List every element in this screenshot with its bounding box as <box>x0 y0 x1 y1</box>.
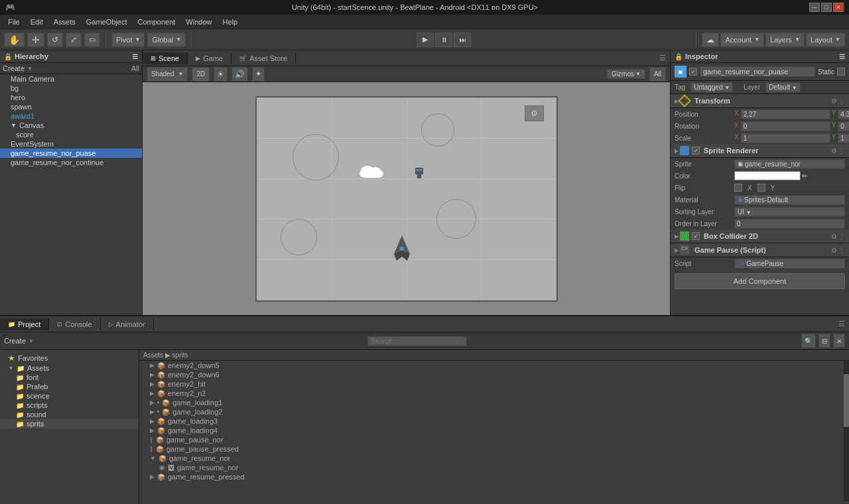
sprite-ref[interactable]: ▣ game_resume_nor <box>734 159 845 169</box>
step-button[interactable]: ⏭ <box>454 32 471 47</box>
folder-scripts[interactable]: 📁 scripts <box>0 401 139 410</box>
rot-y-input[interactable] <box>838 121 849 131</box>
search-input[interactable] <box>367 336 467 346</box>
close-button[interactable]: ✕ <box>833 3 844 12</box>
account-dropdown[interactable]: Account ▼ <box>720 32 764 47</box>
bottom-panel-menu[interactable]: ☰ <box>834 320 849 328</box>
all-layers-filter[interactable]: All <box>649 67 666 82</box>
lighting-toggle[interactable]: ☀ <box>214 67 228 82</box>
menu-edit[interactable]: Edit <box>25 17 48 27</box>
menu-help[interactable]: Help <box>217 17 243 27</box>
transform-header[interactable]: ▶ Transform ⚙ ⋮ <box>671 94 849 108</box>
rot-x-input[interactable] <box>741 121 830 131</box>
order-in-layer-input[interactable] <box>734 219 845 229</box>
menu-gameobject[interactable]: GameObject <box>81 17 133 27</box>
box-collider-header[interactable]: ▶ ✓ Box Collider 2D ⚙ ⋮ <box>671 229 849 243</box>
folder-sprits[interactable]: 📁 sprits <box>0 419 139 428</box>
gizmos-button[interactable]: Gizmos▼ <box>607 69 645 79</box>
tab-asset-store[interactable]: 🛒 Asset Store <box>231 52 296 64</box>
pos-x-input[interactable] <box>741 109 830 119</box>
hand-tool[interactable]: ✋ <box>4 32 25 47</box>
create-label[interactable]: Create <box>3 64 25 72</box>
move-tool[interactable]: ✛ <box>27 32 44 47</box>
file-game-pause-pressed[interactable]: ‖ 📦 game_pause_pressed <box>139 444 842 454</box>
tab-console[interactable]: ⊡ Console <box>49 318 100 330</box>
pivot-dropdown[interactable]: Pivot ▼ <box>111 32 145 47</box>
audio-toggle[interactable]: 🔊 <box>231 67 248 82</box>
add-component-button[interactable]: Add Component <box>675 273 845 289</box>
rect-tool[interactable]: ▭ <box>84 32 100 47</box>
game-pause-settings[interactable]: ⚙ <box>831 247 837 254</box>
effects-toggle[interactable]: ✦ <box>252 67 265 82</box>
sprite-renderer-settings[interactable]: ⚙ <box>831 147 837 155</box>
scale-y-input[interactable] <box>838 133 849 143</box>
flip-x-checkbox[interactable] <box>734 184 742 192</box>
tab-project[interactable]: 📁 Project <box>0 318 49 330</box>
tag-dropdown[interactable]: Untagged ▼ <box>690 82 733 92</box>
tab-game[interactable]: ▶ Game <box>188 52 231 64</box>
filter-btn[interactable]: ⊟ <box>818 334 830 348</box>
assets-root[interactable]: ▼ 📁 Assets <box>0 363 139 373</box>
folder-scence[interactable]: 📁 scence <box>0 391 139 401</box>
box-collider-toggle[interactable]: ✓ <box>692 232 700 240</box>
tab-animator[interactable]: ▷ Animator <box>101 318 154 330</box>
close-search-btn[interactable]: ✕ <box>833 334 845 348</box>
cloud-button[interactable]: ☁ <box>702 32 719 47</box>
scene-panel-menu[interactable]: ☰ <box>655 54 670 62</box>
hierarchy-item-game-resume-nor-continue[interactable]: game_resume_nor_continue <box>0 158 142 167</box>
object-name-input[interactable] <box>700 66 815 77</box>
file-game-loading1[interactable]: ▶ • 📦 game_loading1 <box>139 398 842 407</box>
menu-component[interactable]: Component <box>132 17 180 27</box>
file-game-loading3[interactable]: ▶ 📦 game_loading3 <box>139 416 842 426</box>
box-collider-more[interactable]: ⋮ <box>838 233 845 240</box>
hierarchy-item-spawn[interactable]: spawn <box>0 102 142 111</box>
file-enemy2-hit[interactable]: ▶ 📦 enemy2_hit <box>139 379 842 389</box>
file-enemy2-down6[interactable]: ▶ 📦 enemy2_down6 <box>139 370 842 379</box>
hierarchy-item-bg[interactable]: bg <box>0 84 142 93</box>
sprite-renderer-more[interactable]: ⋮ <box>838 147 845 155</box>
sprite-renderer-header[interactable]: ▶ ✓ Sprite Renderer ⚙ ⋮ <box>671 144 849 158</box>
folder-prafeb[interactable]: 📁 Prafeb <box>0 382 139 391</box>
file-list-scroll[interactable]: ▶ 📦 enemy2_down5 ▶ 📦 enemy2_down6 ▶ 📦 en… <box>139 361 849 501</box>
layer-dropdown[interactable]: Default ▼ <box>765 82 800 92</box>
menu-file[interactable]: File <box>3 17 25 27</box>
game-pause-script-header[interactable]: ▶ C# Game Pause (Script) ⚙ ⋮ <box>671 243 849 257</box>
hierarchy-lock-icon[interactable]: 🔒 <box>4 53 12 60</box>
transform-more[interactable]: ⋮ <box>838 97 845 105</box>
scene-viewport[interactable]: ⚙ <box>143 82 670 315</box>
hierarchy-menu-icon[interactable]: ☰ <box>132 53 138 60</box>
maximize-button[interactable]: □ <box>821 3 832 12</box>
box-collider-settings[interactable]: ⚙ <box>831 233 837 240</box>
sorting-layer-dropdown[interactable]: UI ▼ <box>734 207 845 217</box>
tab-scene[interactable]: ⊞ Scene <box>143 52 188 64</box>
2d-toggle[interactable]: 2D <box>192 67 210 82</box>
rotate-tool[interactable]: ↺ <box>47 32 63 47</box>
scale-x-input[interactable] <box>741 133 830 143</box>
file-game-resume-pressed[interactable]: ▶ 📦 game_resume_pressed <box>139 472 842 481</box>
hierarchy-item-eventsystem[interactable]: EventSystem <box>0 139 142 149</box>
static-checkbox[interactable] <box>837 68 845 76</box>
hierarchy-item-award1[interactable]: award1 <box>0 111 142 121</box>
color-swatch[interactable] <box>734 171 801 180</box>
search-options-btn[interactable]: 🔍 <box>801 334 816 348</box>
file-enemy2-down5[interactable]: ▶ 📦 enemy2_down5 <box>139 361 842 370</box>
material-ref[interactable]: ◉ Sprites-Default <box>734 195 845 205</box>
menu-window[interactable]: Window <box>180 17 217 27</box>
play-button[interactable]: ▶ <box>417 32 434 47</box>
layout-dropdown[interactable]: Layout ▼ <box>806 32 845 47</box>
scale-tool[interactable]: ⤢ <box>66 32 82 47</box>
transform-settings[interactable]: ⚙ <box>831 97 837 105</box>
file-list-scrollbar[interactable] <box>844 361 849 501</box>
file-enemy2-n2[interactable]: ▶ 📦 enemy2_n2 <box>139 389 842 398</box>
file-game-resume-nor-group[interactable]: ▼ 📦 game_resume_nor <box>139 454 842 463</box>
hierarchy-item-game-resume-nor-puase[interactable]: game_resume_nor_puase <box>0 149 142 158</box>
sprite-renderer-toggle[interactable]: ✓ <box>692 147 700 155</box>
flip-y-checkbox[interactable] <box>757 184 765 192</box>
menu-assets[interactable]: Assets <box>48 17 81 27</box>
hierarchy-item-main-camera[interactable]: Main Camera <box>0 74 142 84</box>
inspector-lock-icon[interactable]: 🔒 <box>675 53 683 60</box>
file-game-loading4[interactable]: ▶ 📦 game_loading4 <box>139 426 842 435</box>
inspector-menu-icon[interactable]: ☰ <box>839 53 845 60</box>
script-ref[interactable]: C# GamePause <box>734 259 845 269</box>
project-create-label[interactable]: Create <box>4 337 26 345</box>
